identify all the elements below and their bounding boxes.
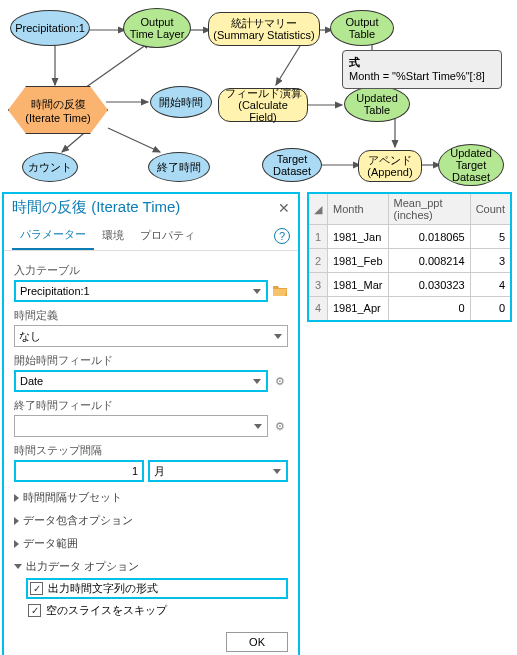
node-updated-table[interactable]: Updated Table bbox=[344, 86, 410, 122]
svg-line-11 bbox=[108, 128, 160, 152]
step-unit-select[interactable]: 月 bbox=[148, 460, 288, 482]
check-skip-empty[interactable]: ✓ 空のスライスをスキップ bbox=[28, 603, 288, 618]
checkbox-icon: ✓ bbox=[28, 604, 41, 617]
node-end-time[interactable]: 終了時間 bbox=[148, 152, 210, 182]
table-header-row: ◢ Month Mean_ppt (inches) Count bbox=[308, 193, 511, 225]
section-extent[interactable]: データ範囲 bbox=[14, 536, 288, 551]
ok-button[interactable]: OK bbox=[226, 632, 288, 652]
tab-parameters[interactable]: パラメーター bbox=[12, 221, 94, 250]
chevron-down-icon bbox=[14, 564, 22, 569]
checkbox-icon: ✓ bbox=[30, 582, 43, 595]
col-count[interactable]: Count bbox=[470, 193, 511, 225]
chevron-right-icon bbox=[14, 517, 19, 525]
expression-tooltip: 式 Month = "%Start Time%"[:8] bbox=[342, 50, 502, 89]
tab-environment[interactable]: 環境 bbox=[94, 222, 132, 249]
result-table: ◢ Month Mean_ppt (inches) Count 11981_Ja… bbox=[307, 192, 512, 322]
time-definition-select[interactable]: なし bbox=[14, 325, 288, 347]
panel-tabs: パラメーター 環境 プロパティ ? bbox=[4, 221, 298, 251]
corner-cell[interactable]: ◢ bbox=[308, 193, 328, 225]
node-calculate-field[interactable]: フィールド演算 (Calculate Field) bbox=[218, 88, 308, 122]
node-start-time[interactable]: 開始時間 bbox=[150, 86, 212, 118]
svg-line-5 bbox=[82, 42, 150, 90]
label-step-interval: 時間ステップ間隔 bbox=[14, 443, 288, 458]
label-end-field: 終了時間フィールド bbox=[14, 398, 288, 413]
tooltip-title: 式 bbox=[349, 55, 495, 69]
section-output-options[interactable]: 出力データ オプション bbox=[14, 559, 288, 574]
start-field-select[interactable]: Date bbox=[14, 370, 268, 392]
help-button[interactable]: ? bbox=[274, 228, 290, 244]
table-row[interactable]: 41981_Apr00 bbox=[308, 297, 511, 321]
node-updated-target-dataset[interactable]: Updated Target Dataset bbox=[438, 144, 504, 186]
parameters-form: 入力テーブル Precipitation:1 時間定義 なし 開始時間フィールド… bbox=[4, 251, 298, 626]
gear-icon[interactable]: ⚙ bbox=[272, 418, 288, 434]
chevron-right-icon bbox=[14, 540, 19, 548]
node-precipitation[interactable]: Precipitation:1 bbox=[10, 10, 90, 46]
col-month[interactable]: Month bbox=[328, 193, 389, 225]
node-iterate-time[interactable]: 時間の反復 (Iterate Time) bbox=[8, 86, 108, 134]
svg-line-7 bbox=[276, 46, 300, 85]
input-table-select[interactable]: Precipitation:1 bbox=[14, 280, 268, 302]
node-count[interactable]: カウント bbox=[22, 152, 78, 182]
step-number-input[interactable]: 1 bbox=[14, 460, 144, 482]
section-subset[interactable]: 時間間隔サブセット bbox=[14, 490, 288, 505]
panel-title: 時間の反復 (Iterate Time) bbox=[12, 198, 180, 217]
end-field-select[interactable] bbox=[14, 415, 268, 437]
node-append[interactable]: アペンド (Append) bbox=[358, 150, 422, 182]
node-target-dataset[interactable]: Target Dataset bbox=[262, 148, 322, 182]
gear-icon[interactable]: ⚙ bbox=[272, 373, 288, 389]
chevron-right-icon bbox=[14, 494, 19, 502]
node-summary-statistics[interactable]: 統計サマリー (Summary Statistics) bbox=[208, 12, 320, 46]
label-input-table: 入力テーブル bbox=[14, 263, 288, 278]
tab-properties[interactable]: プロパティ bbox=[132, 222, 203, 249]
table-row[interactable]: 11981_Jan0.0180655 bbox=[308, 225, 511, 249]
section-inclusion[interactable]: データ包含オプション bbox=[14, 513, 288, 528]
table-row[interactable]: 21981_Feb0.0082143 bbox=[308, 249, 511, 273]
node-output-time-layer[interactable]: Output Time Layer bbox=[123, 8, 191, 48]
label-start-field: 開始時間フィールド bbox=[14, 353, 288, 368]
check-output-format[interactable]: ✓ 出力時間文字列の形式 bbox=[26, 578, 288, 599]
model-diagram: Precipitation:1 Output Time Layer 統計サマリー… bbox=[0, 0, 517, 192]
label-time-definition: 時間定義 bbox=[14, 308, 288, 323]
panel-header: 時間の反復 (Iterate Time) ✕ bbox=[4, 194, 298, 221]
table-row[interactable]: 31981_Mar0.0303234 bbox=[308, 273, 511, 297]
browse-icon[interactable] bbox=[272, 283, 288, 299]
close-button[interactable]: ✕ bbox=[278, 200, 290, 216]
tooltip-expression: Month = "%Start Time%"[:8] bbox=[349, 69, 495, 83]
node-output-table[interactable]: Output Table bbox=[330, 10, 394, 46]
col-mean[interactable]: Mean_ppt (inches) bbox=[388, 193, 470, 225]
iterate-time-panel: 時間の反復 (Iterate Time) ✕ パラメーター 環境 プロパティ ?… bbox=[2, 192, 300, 655]
